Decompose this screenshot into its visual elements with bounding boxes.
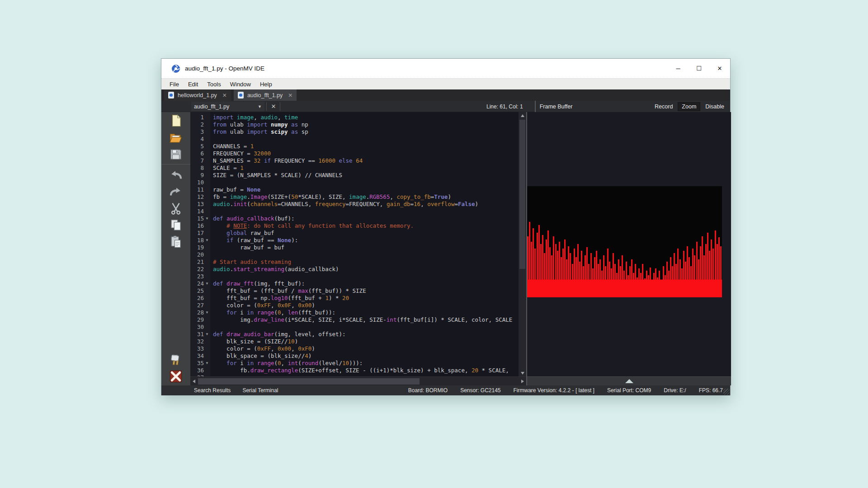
code-text <box>210 251 213 258</box>
undo-icon[interactable] <box>161 166 190 183</box>
code-line: 21# Start audio streaming <box>190 258 519 266</box>
framebuffer-record-button[interactable]: Record <box>651 102 677 111</box>
expand-up-arrow-icon[interactable] <box>625 379 633 383</box>
code-token: def <box>213 215 226 222</box>
code-token: 0x00 <box>278 345 291 352</box>
code-token: 1 <box>240 164 244 171</box>
line-number: 15 <box>190 215 204 222</box>
code-text <box>210 273 213 280</box>
resize-grip[interactable] <box>723 389 730 395</box>
code-token: 0xF0 <box>298 345 311 352</box>
fold-marker-icon[interactable]: ▼ <box>204 237 210 244</box>
new-file-icon[interactable] <box>161 112 190 129</box>
code-token: 20 <box>472 367 478 374</box>
fold-spacer <box>204 172 210 179</box>
code-token: (i*SCALE, SIZE, i*SCALE, SIZE- <box>284 316 387 323</box>
stop-icon[interactable] <box>161 368 190 385</box>
code-text: def audio_callback(buf): <box>210 215 295 222</box>
toolbar-separator <box>280 102 280 111</box>
code-line: 15▼def audio_callback(buf): <box>190 215 519 222</box>
line-number: 33 <box>190 345 204 352</box>
menu-item-help[interactable]: Help <box>255 80 277 89</box>
line-number: 26 <box>190 295 204 302</box>
framebuffer-disable-button[interactable]: Disable <box>701 102 728 111</box>
scroll-left-arrow-icon[interactable] <box>190 377 198 386</box>
close-button[interactable]: ✕ <box>709 59 730 78</box>
code-token: scipy <box>271 128 288 135</box>
menu-item-tools[interactable]: Tools <box>203 80 225 89</box>
menu-item-edit[interactable]: Edit <box>184 80 203 89</box>
tab-close-icon[interactable]: ✕ <box>222 92 227 99</box>
fold-marker-icon[interactable]: ▼ <box>204 360 210 367</box>
code-token: 50 <box>291 193 298 200</box>
code-token: ))): <box>349 360 363 366</box>
code-token: (img, fft_buf): <box>254 280 305 287</box>
code-line: 20 <box>190 251 519 258</box>
connect-icon[interactable] <box>161 351 190 368</box>
code-token: , <box>281 360 288 366</box>
maximize-button[interactable]: ☐ <box>689 59 709 78</box>
save-file-icon[interactable] <box>161 145 190 162</box>
statusbar-toggle-search-results[interactable]: Search Results <box>194 387 231 394</box>
line-number: 22 <box>190 266 204 273</box>
cut-icon[interactable] <box>161 200 190 216</box>
code-token: fft_buf = (fft_buf / <box>213 287 298 294</box>
line-number: 11 <box>190 186 204 193</box>
tab-helloworld_1.py[interactable]: helloworld_1.py✕ <box>164 89 231 101</box>
code-text: blk_size = (SIZE//10) <box>210 338 298 345</box>
code-token: ) <box>295 338 298 345</box>
code-token <box>267 128 271 135</box>
tab-label: audio_fft_1.py <box>247 92 283 99</box>
code-token: raw_buf = buf <box>213 244 284 251</box>
fold-marker-icon[interactable]: ▼ <box>204 215 210 222</box>
code-token <box>233 114 237 121</box>
menu-item-window[interactable]: Window <box>226 80 255 89</box>
code-text: for i in range(0, len(fft_buf)): <box>210 309 335 316</box>
horizontal-scroll-thumb[interactable] <box>198 378 420 385</box>
code-token: gain_db <box>387 201 410 207</box>
line-number: 17 <box>190 230 204 237</box>
code-text: N_SAMPLES = 32 if FREQUENCY == 16000 els… <box>210 157 363 164</box>
fold-spacer <box>204 258 210 266</box>
line-number: 18 <box>190 237 204 244</box>
code-token: *SCALE), SIZE, <box>298 193 349 200</box>
code-text <box>210 324 213 331</box>
editor-horizontal-scrollbar[interactable] <box>190 376 526 385</box>
code-token: range <box>257 309 274 316</box>
fold-marker-icon[interactable]: ▼ <box>204 309 210 316</box>
fold-marker-icon[interactable]: ▼ <box>204 331 210 338</box>
copy-icon[interactable] <box>161 216 190 233</box>
minimize-button[interactable]: ─ <box>668 59 689 78</box>
close-file-button[interactable]: ✕ <box>269 102 278 111</box>
scroll-right-arrow-icon[interactable] <box>519 377 526 386</box>
fold-spacer <box>204 193 210 201</box>
code-token: log10 <box>271 295 288 301</box>
scroll-up-arrow-icon[interactable] <box>519 112 526 119</box>
editor-vertical-scrollbar[interactable] <box>519 112 526 376</box>
open-file-dropdown[interactable]: audio_fft_1.py ▼ <box>191 102 264 111</box>
code-view[interactable]: 1import image, audio, time2from ulab imp… <box>190 112 519 376</box>
fold-marker-icon[interactable]: ▼ <box>204 280 210 287</box>
code-line: 9SIZE = (N_SAMPLES * SCALE) // CHANNELS <box>190 172 519 179</box>
paste-icon[interactable] <box>161 233 190 250</box>
tab-audio_fft_1.py[interactable]: audio_fft_1.py✕ <box>234 89 297 101</box>
tab-close-icon[interactable]: ✕ <box>288 92 292 99</box>
scroll-down-arrow-icon[interactable] <box>519 370 526 376</box>
code-token: image <box>237 114 254 121</box>
statusbar-toggle-serial-terminal[interactable]: Serial Terminal <box>242 387 278 394</box>
code-token: range <box>257 360 274 366</box>
line-number: 2 <box>190 121 204 128</box>
fold-spacer <box>204 230 210 237</box>
menu-item-file[interactable]: File <box>165 80 184 89</box>
code-editor[interactable]: 1import image, audio, time2from ulab imp… <box>190 112 526 385</box>
redo-icon[interactable] <box>161 183 190 200</box>
fold-spacer <box>204 136 210 143</box>
fold-spacer <box>204 150 210 157</box>
code-token: for <box>226 360 237 366</box>
open-file-icon[interactable] <box>161 129 190 145</box>
framebuffer-zoom-button[interactable]: Zoom <box>678 102 700 111</box>
code-token: copy_to_fb <box>396 193 430 200</box>
code-token <box>254 360 257 366</box>
code-token <box>213 230 226 236</box>
vertical-scroll-thumb[interactable] <box>519 120 525 269</box>
